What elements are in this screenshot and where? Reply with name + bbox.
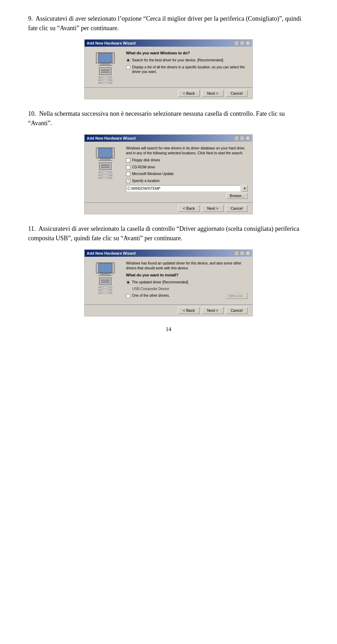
- wizard3-monitor: [96, 262, 115, 274]
- step10-paragraph: 10. Nella schermata successiva non è nec…: [28, 109, 309, 128]
- floppy-drive: [101, 69, 110, 71]
- wizard3-question: What do you want to install?: [126, 273, 247, 277]
- wizard1-titlebar: Add New Hardware Wizard _ □ ✕: [85, 40, 252, 47]
- discs: [98, 76, 112, 84]
- wizard3-option1-sub: USB Composite Device: [126, 287, 247, 291]
- wizard2-illustration: [90, 146, 121, 199]
- wizard3-screenshot: Add New Hardware Wizard _ □ ✕: [84, 249, 253, 316]
- maximize-btn[interactable]: □: [240, 41, 245, 46]
- wizard2-path-input[interactable]: [126, 185, 240, 192]
- wizard2-checkbox3[interactable]: [126, 172, 130, 176]
- wizard3-computer-icon: [91, 262, 119, 294]
- wizard3-minimize-btn[interactable]: _: [234, 251, 239, 256]
- wizard2-floppy-drive: [101, 165, 110, 166]
- wizard2-screenshot: Add New Hardware Wizard _ □ ✕: [84, 134, 253, 214]
- wizard1-option1-text: Search for the best driver for your devi…: [132, 58, 224, 63]
- disc1: [98, 76, 113, 78]
- minimize-btn[interactable]: _: [234, 41, 239, 46]
- wizard2-titlebar: Add New Hardware Wizard _ □ ✕: [85, 135, 252, 142]
- wizard2-next-button[interactable]: Next >: [202, 205, 224, 212]
- titlebar-buttons: _ □ ✕: [234, 41, 250, 46]
- wizard2-title: Add New Hardware Wizard: [87, 136, 136, 140]
- wizard2-browse-button[interactable]: Browse...: [226, 193, 247, 199]
- wizard3-content: Windows has found an updated driver for …: [126, 261, 247, 301]
- wizard1-radio1[interactable]: [126, 58, 130, 62]
- wizard1-cancel-button[interactable]: Cancel: [226, 90, 247, 97]
- wizard2-body: Windows will search for new drivers in i…: [85, 142, 252, 202]
- wizard2-checkbox3-row: Microsoft Windows Update: [126, 172, 247, 176]
- close-btn[interactable]: ✕: [245, 41, 250, 46]
- wizard3-next-button[interactable]: Next >: [202, 307, 224, 314]
- wizard3-back-button[interactable]: < Back: [178, 307, 200, 314]
- wizard2-description: Windows will search for new drivers in i…: [126, 146, 247, 156]
- wizard2-checkbox1-row: Floppy disk drives: [126, 158, 247, 163]
- wizard2-minimize-btn[interactable]: _: [234, 136, 239, 141]
- wizard3-cd-drive: [101, 282, 110, 283]
- wizard3-viewlist-button[interactable]: View List...: [226, 293, 247, 299]
- wizard2-content: Windows will search for new drivers in i…: [126, 146, 247, 199]
- wizard3-titlebar: Add New Hardware Wizard _ □ ✕: [85, 250, 252, 257]
- wizard3-option1-text: The updated driver [Recommended]: [132, 280, 188, 285]
- wizard2-dropdown-arrow[interactable]: ▼: [242, 185, 247, 192]
- computer-icon: [91, 52, 119, 84]
- wizard2-monitor: [96, 147, 115, 159]
- wizard2-monitor-stand: [98, 160, 112, 161]
- wizard2-footer: < Back Next > Cancel: [85, 202, 252, 214]
- wizard2-checkbox2[interactable]: [126, 165, 130, 169]
- wizard3-cancel-button[interactable]: Cancel: [226, 307, 247, 314]
- wizard2-path-field-row: ▼: [126, 185, 247, 192]
- wizard3-floppy-drive: [101, 280, 110, 281]
- wizard3-body: Windows has found an updated driver for …: [85, 257, 252, 304]
- wizard3-illustration: [90, 261, 121, 301]
- wizard1-illustration: [90, 51, 121, 84]
- wizard2-back-button[interactable]: < Back: [178, 205, 200, 212]
- wizard1-option2: Display a list of all the drivers in a s…: [126, 65, 247, 74]
- wizard3-disc1: [98, 287, 113, 288]
- wizard3-close-btn[interactable]: ✕: [245, 251, 250, 256]
- wizard2-maximize-btn[interactable]: □: [240, 136, 245, 141]
- cd-drive: [101, 72, 110, 73]
- wizard1-question: What do you want Windows to do?: [126, 51, 247, 55]
- monitor-stand: [98, 65, 112, 66]
- wizard2-checkbox3-label: Microsoft Windows Update: [132, 172, 174, 176]
- tower: [99, 67, 112, 75]
- wizard3-tower: [99, 277, 112, 285]
- wizard1-option2-text: Display a list of all the drivers in a s…: [132, 65, 247, 74]
- wizard1-radio2[interactable]: [126, 65, 130, 69]
- wizard1-footer: < Back Next > Cancel: [85, 87, 252, 99]
- wizard2-computer-icon: [91, 147, 119, 179]
- screen: [98, 53, 112, 63]
- wizard3-titlebar-buttons: _ □ ✕: [234, 251, 250, 256]
- step9-paragraph: 9. Assicuratevi di aver selezionato l’op…: [28, 14, 309, 33]
- wizard2-checkbox4-row: Specify a location:: [126, 179, 247, 183]
- wizard3-option1-row: The updated driver [Recommended]: [126, 280, 247, 285]
- wizard2-checkbox4-label: Specify a location:: [132, 179, 160, 183]
- wizard2-discs: [98, 172, 112, 179]
- wizard3-disc3: [98, 292, 113, 294]
- wizard3-radio2[interactable]: [126, 294, 130, 298]
- monitor: [96, 52, 115, 63]
- wizard3-footer: < Back Next > Cancel: [85, 304, 252, 316]
- wizard2-tower: [99, 162, 112, 170]
- wizard1-option1: Search for the best driver for your devi…: [126, 58, 247, 63]
- wizard3-maximize-btn[interactable]: □: [240, 251, 245, 256]
- wizard2-disc1: [98, 172, 113, 173]
- page-number: 14: [28, 326, 309, 333]
- wizard3-disc2: [98, 289, 113, 291]
- wizard1-title: Add New Hardware Wizard: [87, 41, 136, 45]
- wizard3-title: Add New Hardware Wizard: [87, 251, 136, 255]
- wizard2-checkbox2-label: CD-ROM drive: [132, 165, 155, 170]
- wizard1-back-button[interactable]: < Back: [178, 90, 200, 97]
- step11-paragraph: 11. Assicuratevi di aver selezionato la …: [28, 224, 309, 243]
- wizard2-checkbox2-row: CD-ROM drive: [126, 165, 247, 170]
- wizard2-checkbox1[interactable]: [126, 158, 130, 162]
- wizard3-radio1[interactable]: [126, 280, 130, 284]
- wizard2-checkbox4[interactable]: [126, 179, 130, 183]
- wizard3-description: Windows has found an updated driver for …: [126, 261, 247, 271]
- wizard2-cd-drive: [101, 167, 110, 168]
- wizard1-next-button[interactable]: Next >: [202, 90, 224, 97]
- wizard3-screen: [98, 263, 112, 273]
- wizard2-cancel-button[interactable]: Cancel: [226, 205, 247, 212]
- wizard2-close-btn[interactable]: ✕: [245, 136, 250, 141]
- wizard3-option2-text: One of the other drivers.: [132, 293, 224, 298]
